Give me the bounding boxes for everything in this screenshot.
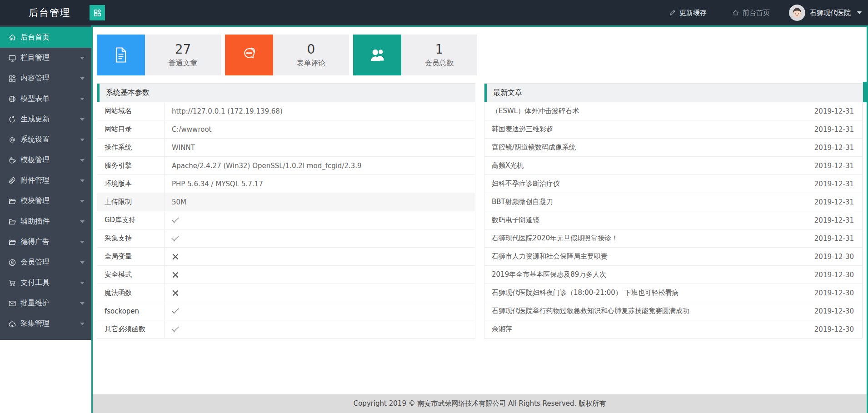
chevron-down-icon — [80, 139, 85, 141]
sidebar-item-label: 生成更新 — [20, 114, 50, 124]
article-title: 宫腔镜/阴道镜数码成像系统 — [492, 143, 576, 152]
article-row[interactable]: 石狮现代医院举行药物过敏急救知识和心肺复苏技能竞赛圆满成功2019-12-30 — [484, 302, 862, 320]
article-row[interactable]: 高频X光机2019-12-31 — [484, 156, 862, 174]
param-label: 安全模式 — [97, 266, 165, 284]
param-label: fsockopen — [97, 302, 165, 320]
param-value — [165, 211, 475, 229]
scrollbar-thumb[interactable] — [863, 82, 867, 102]
article-row[interactable]: 石狮市人力资源和社会保障局主要职责2019-12-30 — [484, 247, 862, 265]
user-icon — [8, 259, 16, 267]
article-date: 2019-12-30 — [814, 325, 854, 333]
article-date: 2019-12-31 — [814, 144, 854, 152]
sidebar-item-collect[interactable]: 采集管理 — [0, 313, 91, 334]
article-title: 韩国麦迪逊三维彩超 — [492, 125, 553, 134]
stat-label: 表单评论 — [297, 59, 326, 68]
chevron-down-icon — [80, 323, 85, 325]
user-menu[interactable]: 石狮现代医院 — [789, 5, 862, 21]
article-title: 2019年全市基本医保惠及89万多人次 — [492, 270, 606, 279]
home-icon — [732, 9, 739, 16]
article-date: 2019-12-31 — [814, 216, 854, 224]
article-row[interactable]: 石狮现代医院2020年元旦假期照常接诊！2019-12-31 — [484, 229, 862, 247]
article-date: 2019-12-31 — [814, 180, 854, 188]
folder-icon — [8, 197, 16, 205]
article-row[interactable]: 妇科不孕症诊断治疗仪2019-12-31 — [484, 174, 862, 193]
cross-icon — [172, 272, 178, 278]
article-title: （ESWL）体外冲击波碎石术 — [492, 107, 579, 115]
sidebar-item-home[interactable]: 后台首页 — [0, 27, 91, 48]
home-icon — [8, 33, 16, 41]
sidebar-item-column[interactable]: 栏目管理 — [0, 48, 91, 68]
sidebar-item-label: 后台首页 — [20, 33, 50, 42]
update-cache-label: 更新缓存 — [679, 9, 707, 17]
article-row[interactable]: 韩国麦迪逊三维彩超2019-12-31 — [484, 120, 862, 138]
sidebar-item-model-form[interactable]: 模型表单 — [0, 89, 91, 109]
sidebar-item-system[interactable]: 系统设置 — [0, 129, 91, 150]
chevron-down-icon — [80, 179, 85, 182]
update-cache-button[interactable]: 更新缓存 — [669, 9, 707, 17]
article-row[interactable]: BBT射频微创自凝刀2019-12-31 — [484, 193, 862, 211]
article-date: 2019-12-30 — [814, 289, 854, 297]
article-row[interactable]: 余湘萍2019-12-30 — [484, 320, 862, 338]
sidebar-item-label: 支付工具 — [20, 278, 50, 288]
param-value — [165, 320, 475, 338]
article-row[interactable]: 石狮现代医院妇科夜门诊（18:00-21:00） 下班也可轻松看病2019-12… — [484, 284, 862, 302]
sidebar-item-plugin[interactable]: 辅助插件 — [0, 211, 91, 232]
article-date: 2019-12-30 — [814, 307, 854, 315]
sidebar-item-label: 模型表单 — [20, 94, 50, 104]
param-label: 服务引擎 — [97, 157, 165, 174]
article-row[interactable]: 2019年全市基本医保惠及89万多人次2019-12-30 — [484, 265, 862, 284]
sidebar-item-module[interactable]: 模块管理 — [0, 191, 91, 211]
param-label: GD库支持 — [97, 211, 165, 229]
article-date: 2019-12-30 — [814, 253, 854, 261]
stat-info: 27普通文章 — [145, 35, 221, 75]
check-icon — [171, 215, 179, 223]
article-title: 余湘萍 — [492, 325, 512, 333]
param-value: PHP 5.6.34 / MYSQL 5.7.17 — [165, 175, 475, 193]
sidebar-item-attachment[interactable]: 附件管理 — [0, 170, 91, 191]
param-label: 采集支持 — [97, 229, 165, 247]
stat-card: 27普通文章 — [97, 35, 221, 75]
copyright-text: Copyright 2019 © 南安市武荣网络技术有限公司 All Right… — [354, 399, 577, 408]
sidebar-item-payment[interactable]: 支付工具 — [0, 273, 91, 293]
sidebar-item-label: 系统设置 — [20, 135, 50, 144]
avatar — [789, 5, 805, 21]
article-date: 2019-12-31 — [814, 234, 854, 243]
sidebar-item-label: 批量维护 — [20, 299, 50, 308]
param-label: 全局变量 — [97, 248, 165, 265]
gear-icon — [8, 136, 16, 144]
system-param-row: 安全模式 — [97, 265, 475, 284]
param-label: 魔法函数 — [97, 284, 165, 302]
panels-row: 系统基本参数 网站域名http://127.0.0.1 (172.19.139.… — [97, 83, 863, 338]
system-param-row: 魔法函数 — [97, 284, 475, 302]
sidebar-item-ad[interactable]: 德得广告 — [0, 232, 91, 252]
sidebar-nav: 后台首页栏目管理内容管理模型表单生成更新系统设置模板管理附件管理模块管理辅助插件… — [0, 25, 91, 340]
sidebar-item-member[interactable]: 会员管理 — [0, 252, 91, 273]
sidebar-item-generate[interactable]: 生成更新 — [0, 109, 91, 129]
article-title: 石狮市人力资源和社会保障局主要职责 — [492, 252, 608, 261]
globe-icon — [8, 95, 16, 103]
users-icon — [353, 35, 401, 75]
article-row[interactable]: 宫腔镜/阴道镜数码成像系统2019-12-31 — [484, 138, 862, 156]
refresh-icon — [8, 115, 16, 124]
article-row[interactable]: （ESWL）体外冲击波碎石术2019-12-31 — [484, 102, 862, 120]
top-header: 后台管理 更新缓存 前台首页 — [0, 0, 868, 25]
system-param-row: 环境版本PHP 5.6.34 / MYSQL 5.7.17 — [97, 174, 475, 193]
cross-icon — [172, 254, 178, 260]
sidebar-item-template[interactable]: 模板管理 — [0, 150, 91, 170]
article-date: 2019-12-31 — [814, 107, 854, 115]
rights-link[interactable]: 版权所有 — [579, 399, 606, 408]
sidebar-item-batch[interactable]: 批量维护 — [0, 293, 91, 313]
monitor-icon — [8, 54, 16, 62]
sidebar-toggle-button[interactable] — [90, 5, 105, 20]
sidebar-item-content[interactable]: 内容管理 — [0, 68, 91, 89]
chevron-down-icon — [80, 118, 85, 121]
user-name: 石狮现代医院 — [810, 9, 851, 17]
article-title: 石狮现代医院妇科夜门诊（18:00-21:00） 下班也可轻松看病 — [492, 289, 679, 297]
param-label: 其它必须函数 — [97, 320, 165, 338]
article-row[interactable]: 数码电子阴道镜2019-12-31 — [484, 211, 862, 229]
chevron-down-icon — [80, 200, 85, 203]
front-home-button[interactable]: 前台首页 — [732, 9, 770, 17]
chevron-down-icon — [80, 159, 85, 162]
pen-icon — [669, 9, 676, 16]
article-date: 2019-12-31 — [814, 162, 854, 170]
